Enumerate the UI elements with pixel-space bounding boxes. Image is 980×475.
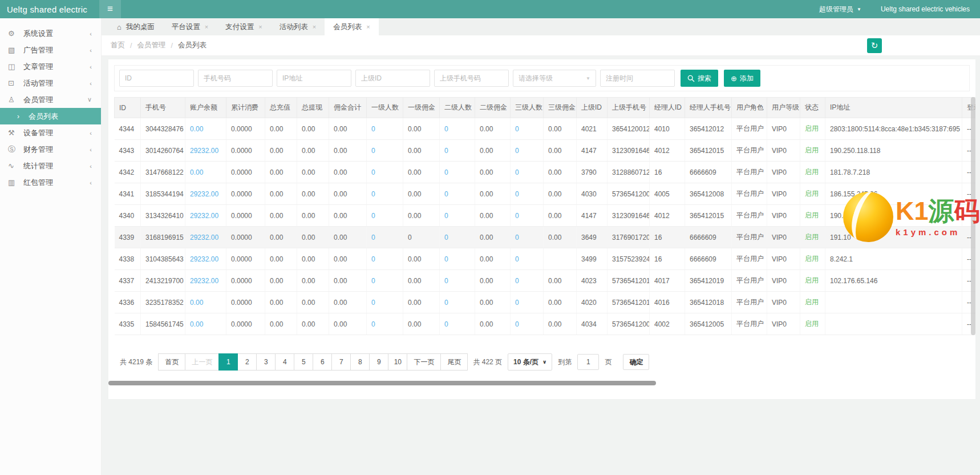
table-cell[interactable]: 29232.00: [185, 227, 226, 248]
sidebar-item-ad-management[interactable]: ▧广告管理‹: [0, 42, 101, 58]
next-page-button[interactable]: 下一页: [407, 353, 441, 371]
table-cell[interactable]: 0: [440, 270, 475, 292]
first-page-button[interactable]: 首页: [158, 353, 185, 371]
filter-id-input[interactable]: [119, 70, 194, 87]
table-cell[interactable]: 29232.00: [185, 270, 226, 292]
tab-member-list[interactable]: 会员列表×: [325, 18, 378, 35]
filter-ip-input[interactable]: [277, 70, 351, 87]
table-cell[interactable]: 29232.00: [185, 205, 226, 227]
table-cell[interactable]: 0: [511, 118, 544, 140]
horizontal-scrollbar[interactable]: [108, 381, 656, 385]
sidebar-item-activity-management[interactable]: ⊡活动管理‹: [0, 75, 101, 91]
add-button[interactable]: ⊕添加: [724, 70, 760, 87]
refresh-button[interactable]: ↻: [867, 38, 882, 53]
table-cell: 平台用户: [732, 140, 767, 162]
table-cell: 8.242.1: [825, 248, 962, 270]
search-button[interactable]: 搜索: [681, 70, 718, 87]
per-page-select[interactable]: 10 条/页∨: [508, 353, 552, 371]
table-cell[interactable]: 0: [367, 227, 403, 248]
table-cell[interactable]: 0: [511, 270, 544, 292]
page-button-10[interactable]: 10: [388, 353, 407, 371]
tab-platform-settings[interactable]: 平台设置×: [163, 18, 217, 35]
table-cell[interactable]: 0: [367, 140, 403, 162]
sidebar-item-redpacket-management[interactable]: ▥红包管理‹: [0, 174, 101, 191]
table-cell[interactable]: 0: [511, 183, 544, 205]
table-cell[interactable]: 0: [367, 162, 403, 183]
page-button-6[interactable]: 6: [313, 353, 332, 371]
admin-dropdown[interactable]: 超级管理员 ▼: [819, 5, 861, 14]
table-cell[interactable]: 29232.00: [185, 248, 226, 270]
table-cell[interactable]: 0: [367, 183, 403, 205]
close-icon[interactable]: ×: [205, 23, 208, 30]
column-header-1: 手机号: [141, 98, 185, 118]
table-cell[interactable]: 29232.00: [185, 183, 226, 205]
table-cell[interactable]: 0: [511, 140, 544, 162]
table-cell[interactable]: 0: [511, 205, 544, 227]
prev-page-button[interactable]: 上一页: [185, 353, 219, 371]
table-cell: 平台用户: [732, 118, 767, 140]
page-button-9[interactable]: 9: [369, 353, 388, 371]
table-cell[interactable]: 0: [511, 227, 544, 248]
table-cell[interactable]: 0: [511, 292, 544, 313]
sidebar-item-device-management[interactable]: ⚒设备管理‹: [0, 124, 101, 141]
table-cell[interactable]: 0: [440, 162, 475, 183]
table-cell[interactable]: 0: [440, 292, 475, 313]
table-cell[interactable]: 0: [367, 292, 403, 313]
table-cell[interactable]: 0.00: [185, 162, 226, 183]
page-button-1[interactable]: 1: [218, 353, 238, 371]
sidebar-item-article-management[interactable]: ◫文章管理‹: [0, 58, 101, 75]
filter-phone-input[interactable]: [198, 70, 273, 87]
table-cell[interactable]: 0.00: [185, 313, 226, 335]
table-cell[interactable]: 0: [511, 248, 544, 270]
tab-payment-settings[interactable]: 支付设置×: [217, 18, 270, 35]
table-cell[interactable]: 0: [440, 313, 475, 335]
table-cell[interactable]: 0: [367, 205, 403, 227]
sidebar-subitem-member-list[interactable]: ›会员列表: [0, 108, 101, 124]
table-cell: 0.00: [475, 140, 511, 162]
table-cell[interactable]: 0: [367, 313, 403, 335]
page-button-4[interactable]: 4: [275, 353, 294, 371]
close-icon[interactable]: ×: [258, 23, 262, 30]
breadcrumb-item[interactable]: 首页: [111, 41, 125, 50]
table-cell[interactable]: 0: [367, 270, 403, 292]
page-button-7[interactable]: 7: [331, 353, 351, 371]
table-cell: 365412005: [685, 313, 732, 335]
table-cell[interactable]: 0: [440, 140, 475, 162]
table-cell[interactable]: 0: [440, 227, 475, 248]
table-cell[interactable]: 0: [440, 118, 475, 140]
sidebar-item-stats-management[interactable]: ∿统计管理‹: [0, 158, 101, 174]
table-cell: 3157523924: [608, 248, 650, 270]
table-cell[interactable]: 29232.00: [185, 140, 226, 162]
filter-register-time-input[interactable]: [600, 70, 675, 87]
table-cell[interactable]: 0: [511, 313, 544, 335]
table-cell[interactable]: 0.00: [185, 118, 226, 140]
confirm-button[interactable]: 确定: [623, 354, 649, 370]
tab-desktop[interactable]: ⌂我的桌面: [108, 18, 163, 35]
table-cell[interactable]: 0: [367, 118, 403, 140]
breadcrumb-item[interactable]: 会员管理: [137, 41, 165, 50]
last-page-button[interactable]: 尾页: [440, 353, 468, 371]
close-icon[interactable]: ×: [366, 23, 370, 30]
tab-activity-list[interactable]: 活动列表×: [271, 18, 325, 35]
table-cell: 4147: [577, 140, 608, 162]
table-cell[interactable]: 0: [440, 205, 475, 227]
table-cell[interactable]: 0.00: [185, 292, 226, 313]
table-cell[interactable]: 0: [440, 183, 475, 205]
page-button-2[interactable]: 2: [237, 353, 257, 371]
hamburger-menu-icon[interactable]: ≡: [99, 0, 121, 18]
chevron-left-icon: ‹: [90, 80, 92, 87]
filter-parent-phone-input[interactable]: [434, 70, 509, 87]
table-cell[interactable]: 0: [440, 248, 475, 270]
filter-level-select[interactable]: 请选择等级▼: [513, 70, 596, 87]
sidebar-item-member-management[interactable]: ♙会员管理∨: [0, 91, 101, 108]
filter-parent-id-input[interactable]: [355, 70, 430, 87]
page-button-3[interactable]: 3: [256, 353, 276, 371]
table-cell[interactable]: 0: [367, 248, 403, 270]
sidebar-item-finance-management[interactable]: Ⓢ财务管理‹: [0, 141, 101, 158]
table-cell[interactable]: 0: [511, 162, 544, 183]
page-button-5[interactable]: 5: [294, 353, 313, 371]
close-icon[interactable]: ×: [313, 23, 316, 30]
goto-page-input[interactable]: [577, 354, 599, 370]
page-button-8[interactable]: 8: [350, 353, 370, 371]
sidebar-item-system-settings[interactable]: ⚙系统设置‹: [0, 25, 101, 42]
